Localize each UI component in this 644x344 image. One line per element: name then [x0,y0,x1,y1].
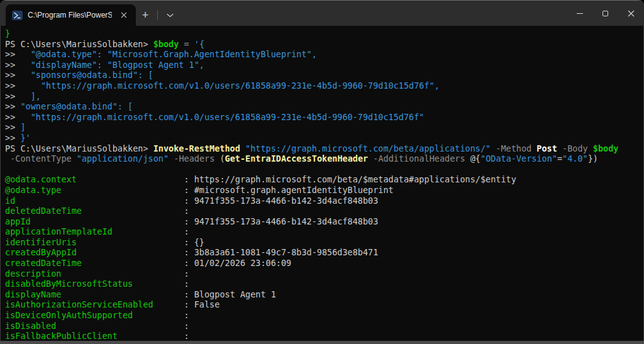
terminal-window: C:\Program Files\PowerShell\ + [0,0,644,344]
terminal-line: disabledByMicrosoftStatus : [5,279,639,289]
maximize-button[interactable] [592,1,618,26]
terminal-line: -ContentType "application/json" -Headers… [5,153,639,164]
terminal-line: description : [5,269,639,279]
tab-close-button[interactable] [117,8,131,22]
terminal-line: id : 9471f355-173a-4466-b142-3d4acf848b0… [5,196,639,206]
terminal-line: >> "displayName": "Blogpost Agent 1", [5,60,639,70]
terminal-line: } [5,28,639,39]
terminal-line: displayName : Blogpost Agent 1 [5,289,639,300]
window-bottom-edge [0,341,644,344]
terminal-line: isFallbackPublicClient : [5,331,639,341]
terminal-line [5,164,639,175]
terminal-line: @odata.type : #microsoft.graph.agentIden… [5,185,639,196]
terminal-line: isAuthorizationServiceEnabled : False [5,299,639,310]
terminal-line: appId : 9471f355-173a-4466-b142-3d4acf84… [5,216,639,227]
tab-dropdown-button[interactable] [160,6,179,24]
maximize-icon [602,11,608,16]
close-icon [121,12,127,18]
terminal-line: >> "sponsors@odata.bind": [ [5,70,639,80]
close-button[interactable] [618,1,644,26]
terminal-line: isDeviceOnlyAuthSupported : [5,310,639,321]
terminal-line: >> "owners@odata.bind": [ [5,101,639,112]
terminal-line: >> ], [5,91,639,102]
plus-icon: + [142,9,149,21]
terminal-line: >> ] [5,122,639,133]
terminal-line: >> }' [5,133,639,143]
terminal-line: PS C:\Users\MariusSolbakken> Invoke-Rest… [5,143,639,154]
titlebar[interactable]: C:\Program Files\PowerShell\ + [0,1,644,26]
terminal-line: identifierUris : {} [5,237,639,248]
terminal-line: createdDateTime : 01/02/2026 23:06:09 [5,258,639,269]
terminal-output[interactable]: }PS C:\Users\MariusSolbakken> $body = '{… [0,26,644,341]
terminal-line: PS C:\Users\MariusSolbakken> $body = '{ [5,39,639,50]
terminal-line: >> "@odata.type": "Microsoft.Graph.Agent… [5,49,639,60]
terminal-line: deletedDateTime : [5,206,639,216]
terminal-line: @odata.context : https://graph.microsoft… [5,174,639,185]
terminal-line: createdByAppId : 3b8a3a61-1081-49c7-8b3d… [5,247,639,258]
tab-title: C:\Program Files\PowerShell\ [28,11,112,19]
terminal-line: >> "https://graph.microsoft.com/v1.0/use… [5,112,639,123]
powershell-icon [12,11,23,20]
terminal-line: >> "https://graph.microsoft.com/v1.0/use… [5,80,639,91]
chevron-down-icon [167,13,174,18]
terminal-line: isDisabled : [5,321,639,331]
tabbar-divider [157,10,158,20]
close-icon [628,10,635,17]
caption-buttons [567,1,644,26]
tab-powershell[interactable]: C:\Program Files\PowerShell\ [6,4,136,26]
minimize-icon [577,13,583,14]
minimize-button[interactable] [567,1,592,26]
terminal-line: applicationTemplateId : [5,226,639,237]
new-tab-button[interactable]: + [136,6,155,24]
